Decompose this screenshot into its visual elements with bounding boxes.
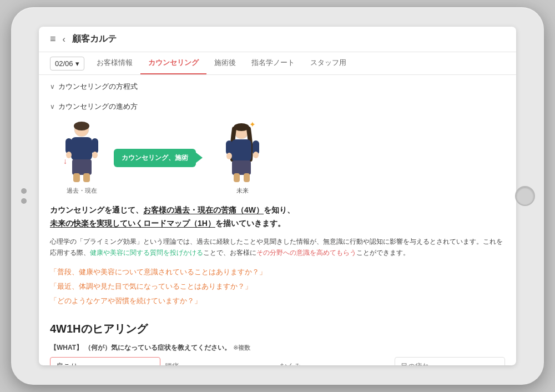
arrow-counseling: カウンセリング、施術 xyxy=(114,149,196,167)
date-value: 02/06 xyxy=(55,59,73,68)
section-approach-label: カウンセリングの進め方 xyxy=(58,102,138,112)
svg-point-18 xyxy=(226,153,232,159)
svg-rect-9 xyxy=(83,173,90,182)
symptom-input-2[interactable] xyxy=(165,357,275,365)
section-formula-label: カウンセリングの方程式 xyxy=(58,82,138,92)
section-formula[interactable]: ∨ カウンセリングの方程式 xyxy=(50,75,505,95)
future-label: 未来 xyxy=(236,187,249,195)
question-1[interactable]: 「普段、健康や美容について意識されていることはありますか？」 xyxy=(50,265,505,279)
screen: ≡ ‹ 顧客カルテ 02/06 ▾ お客様情報 カウンセリング 施術後 指名学ノ… xyxy=(39,27,516,365)
svg-text:↓: ↓ xyxy=(63,157,67,165)
tab-post-treatment[interactable]: 施術後 xyxy=(206,52,244,74)
highlight-green: 健康や美容に関する質問を投げかける xyxy=(90,249,203,257)
chevron-formula: ∨ xyxy=(50,83,55,91)
tabs-bar: 02/06 ▾ お客様情報 カウンセリング 施術後 指名学ノート スタッフ用 xyxy=(39,52,516,75)
main-content: ∨ カウンセリングの方程式 ∨ カウンセリングの進め方 xyxy=(39,75,516,365)
chevron-approach: ∨ xyxy=(50,103,55,110)
svg-rect-7 xyxy=(72,159,92,175)
home-button[interactable] xyxy=(515,186,535,206)
svg-rect-19 xyxy=(232,160,251,175)
tablet-frame: ≡ ‹ 顧客カルテ 02/06 ▾ お客様情報 カウンセリング 施術後 指名学ノ… xyxy=(11,7,544,385)
past-label: 過去・現在 xyxy=(67,187,97,195)
question-2[interactable]: 「最近、体調や見た目で気になっていることはありますか？」 xyxy=(50,279,505,294)
svg-rect-21 xyxy=(244,173,250,182)
symptom-input-1[interactable] xyxy=(50,357,160,365)
side-dot-2 xyxy=(21,198,27,204)
svg-rect-2 xyxy=(71,137,92,160)
page-title: 顧客カルテ xyxy=(72,33,117,45)
svg-rect-8 xyxy=(73,173,80,182)
future-figure: ✦ xyxy=(220,120,265,195)
underline-future: 未来の快楽を実現していくロードマップ（1H） xyxy=(50,219,215,228)
section-approach[interactable]: ∨ カウンセリングの進め方 xyxy=(50,95,505,115)
svg-point-13 xyxy=(234,123,249,131)
illustration-area: ↓ 過去・現在 カウンセリング、施術 ✦ xyxy=(50,115,505,198)
what-label: 【WHAT】 （何が）気になっている症状を教えてください。 ※複数 xyxy=(50,341,505,357)
date-chevron: ▾ xyxy=(75,59,79,68)
header: ≡ ‹ 顧客カルテ xyxy=(39,27,516,52)
svg-point-17 xyxy=(253,152,259,158)
underline-past: お客様の過去・現在の苦痛（4W） xyxy=(143,205,264,214)
description-normal: 心理学の「プライミング効果」という理論では、過去に経験したことや見聞きした情報が… xyxy=(50,234,505,261)
menu-icon[interactable]: ≡ xyxy=(50,33,56,45)
back-icon[interactable]: ‹ xyxy=(63,34,65,44)
side-buttons xyxy=(21,188,27,204)
past-figure: ↓ 過去・現在 xyxy=(61,120,103,195)
question-3[interactable]: 「どのようなケアや習慣を続けていますか？」 xyxy=(50,294,505,308)
svg-rect-20 xyxy=(234,173,240,182)
what-description: （何が）気になっている症状を教えてください。 xyxy=(84,344,231,351)
what-optional: ※複数 xyxy=(233,344,250,351)
side-dot-1 xyxy=(21,188,27,194)
svg-rect-3 xyxy=(65,138,72,154)
question-links: 「普段、健康や美容について意識されていることはありますか？」 「最近、体調や見た… xyxy=(50,260,505,313)
tab-staff-use[interactable]: スタッフ用 xyxy=(302,52,354,74)
bold-line1: カウンセリングを通じて、お客様の過去・現在の苦痛（4W）を知り、 xyxy=(50,204,505,217)
tab-designation-notes[interactable]: 指名学ノート xyxy=(244,52,302,74)
past-person-svg: ↓ xyxy=(61,120,103,184)
tab-counseling[interactable]: カウンセリング xyxy=(140,52,206,74)
svg-point-1 xyxy=(74,122,89,130)
svg-rect-4 xyxy=(92,138,98,154)
tab-customer-info[interactable]: お客様情報 xyxy=(89,52,140,74)
symptom-input-4[interactable] xyxy=(395,357,505,365)
future-person-svg: ✦ xyxy=(220,120,265,184)
hearing-title: 4W1Hのヒアリング xyxy=(50,313,505,341)
bold-line2: 未来の快楽を実現していくロードマップ（1H）を描いていきます。 xyxy=(50,217,505,230)
arrow-text: カウンセリング、施術 xyxy=(122,153,188,163)
highlight-red: その分野への意識を高めてもらう xyxy=(256,249,356,257)
description-bold: カウンセリングを通じて、お客様の過去・現在の苦痛（4W）を知り、 未来の快楽を実… xyxy=(50,198,505,234)
svg-rect-14 xyxy=(231,139,251,162)
svg-point-6 xyxy=(92,152,98,158)
tab-date[interactable]: 02/06 ▾ xyxy=(50,57,84,71)
symptom-inputs xyxy=(50,357,505,365)
symptom-input-3[interactable] xyxy=(280,357,390,365)
what-prefix: 【WHAT】 xyxy=(50,344,83,351)
